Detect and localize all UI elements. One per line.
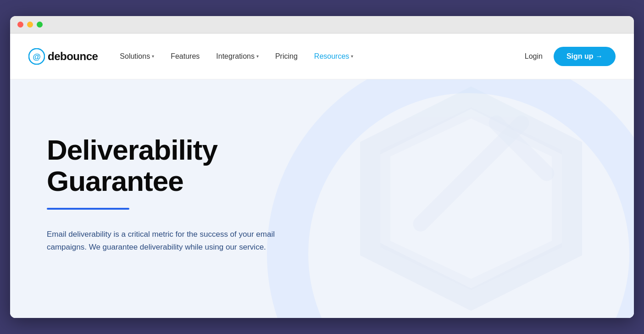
svg-text:@: @ <box>33 52 41 61</box>
traffic-light-red[interactable] <box>17 22 23 28</box>
browser-chrome <box>10 16 634 33</box>
nav-resources-label: Resources <box>314 52 349 61</box>
nav-item-resources[interactable]: Resources ▾ <box>314 52 353 61</box>
chevron-down-icon-3: ▾ <box>351 54 353 59</box>
browser-window: @ debounce Solutions ▾ Features Integrat… <box>10 16 634 318</box>
nav-pricing-label: Pricing <box>275 52 298 61</box>
logo-text: debounce <box>48 50 98 63</box>
nav-integrations-label: Integrations <box>216 52 255 61</box>
signup-button[interactable]: Sign up → <box>554 47 616 66</box>
hero-title: Deliverability Guarantee <box>47 134 322 197</box>
hero-underline <box>47 208 129 210</box>
hero-section: Deliverability Guarantee Email deliverab… <box>10 79 634 318</box>
nav-solutions-label: Solutions <box>120 52 150 61</box>
traffic-light-yellow[interactable] <box>27 22 33 28</box>
chevron-down-icon: ▾ <box>152 54 154 59</box>
nav-actions: Login Sign up → <box>525 47 616 66</box>
login-button[interactable]: Login <box>525 52 543 61</box>
hero-description: Email deliverability is a critical metri… <box>47 228 276 254</box>
navbar: @ debounce Solutions ▾ Features Integrat… <box>10 33 634 79</box>
nav-item-integrations[interactable]: Integrations ▾ <box>216 52 259 61</box>
traffic-light-green[interactable] <box>37 22 43 28</box>
nav-features-label: Features <box>171 52 200 61</box>
logo-icon: @ <box>28 48 45 65</box>
nav-links: Solutions ▾ Features Integrations ▾ Pric… <box>120 52 524 61</box>
nav-item-solutions[interactable]: Solutions ▾ <box>120 52 154 61</box>
chevron-down-icon-2: ▾ <box>256 54 259 59</box>
hero-content: Deliverability Guarantee Email deliverab… <box>47 134 322 254</box>
browser-content: @ debounce Solutions ▾ Features Integrat… <box>10 33 634 318</box>
nav-item-features[interactable]: Features <box>171 52 200 61</box>
logo[interactable]: @ debounce <box>28 48 98 65</box>
nav-item-pricing[interactable]: Pricing <box>275 52 298 61</box>
hero-bg-shape <box>345 79 597 318</box>
